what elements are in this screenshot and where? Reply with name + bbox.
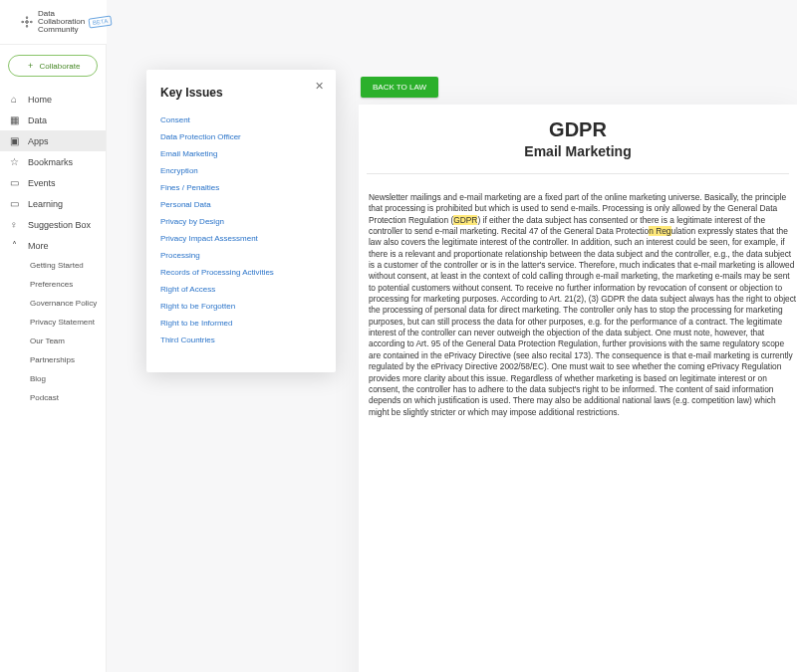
- more-podcast[interactable]: Podcast: [0, 388, 106, 407]
- beta-badge: BETA: [89, 15, 113, 28]
- doc-p1c: ulation expressly states that the law al…: [369, 226, 796, 417]
- issue-pia[interactable]: Privacy Impact Assessment: [160, 230, 322, 247]
- nav-suggestion-label: Suggestion Box: [28, 220, 91, 230]
- issue-right-to-be-informed[interactable]: Right to be Informed: [160, 315, 322, 332]
- issue-records[interactable]: Records of Processing Activities: [160, 264, 322, 281]
- brand-logo-icon: [20, 15, 34, 29]
- document-card: GDPR Email Marketing Newsletter mailings…: [359, 105, 797, 672]
- issue-right-to-be-forgotten[interactable]: Right to be Forgotten: [160, 298, 322, 315]
- more-preferences[interactable]: Preferences: [0, 275, 106, 294]
- issue-encryption[interactable]: Encryption: [160, 162, 322, 179]
- highlight-gdpr: GDPR: [453, 215, 477, 225]
- more-blog[interactable]: Blog: [0, 369, 106, 388]
- nav-data[interactable]: ▦Data: [0, 110, 106, 130]
- key-issues-panel: ✕ Key Issues Consent Data Protection Off…: [146, 70, 336, 372]
- issue-processing[interactable]: Processing: [160, 247, 322, 264]
- brand: Data Collaboration Community BETA: [20, 10, 112, 34]
- nav-events[interactable]: ▭Events: [0, 172, 106, 193]
- issue-consent[interactable]: Consent: [160, 112, 322, 128]
- apps-icon: ▣: [8, 135, 20, 146]
- star-icon: ☆: [8, 156, 20, 167]
- issue-privacy-by-design[interactable]: Privacy by Design: [160, 213, 322, 230]
- chevron-up-icon: ˄: [8, 240, 20, 251]
- more-governance[interactable]: Governance Policy: [0, 294, 106, 313]
- plus-icon: +: [26, 61, 36, 71]
- panel-title: Key Issues: [160, 86, 322, 100]
- collaborate-label: Collaborate: [40, 62, 81, 71]
- more-partnerships[interactable]: Partnerships: [0, 350, 106, 369]
- nav-more-label: More: [28, 241, 49, 251]
- collaborate-button[interactable]: + Collaborate: [8, 55, 98, 77]
- brand-line3: Community: [38, 26, 85, 34]
- back-to-law-button[interactable]: BACK TO LAW: [361, 77, 438, 98]
- issue-personal-data[interactable]: Personal Data: [160, 196, 322, 213]
- issue-dpo[interactable]: Data Protection Officer: [160, 128, 322, 145]
- bulb-icon: ♀: [8, 219, 20, 230]
- nav-bookmarks[interactable]: ☆Bookmarks: [0, 151, 106, 172]
- doc-title: GDPR: [359, 118, 797, 141]
- issue-email-marketing[interactable]: Email Marketing: [160, 145, 322, 162]
- divider: [367, 173, 789, 174]
- close-icon[interactable]: ✕: [315, 80, 324, 93]
- nav-learning-label: Learning: [28, 199, 63, 209]
- nav-apps[interactable]: ▣Apps: [0, 130, 106, 151]
- nav-bookmarks-label: Bookmarks: [28, 157, 73, 167]
- more-getting-started[interactable]: Getting Started: [0, 256, 106, 275]
- sidebar: + Collaborate ⌂Home ▦Data ▣Apps ☆Bookmar…: [0, 45, 107, 672]
- home-icon: ⌂: [8, 94, 20, 105]
- content-area: GDPR Email Marketing Newsletter mailings…: [107, 45, 797, 672]
- issue-fines[interactable]: Fines / Penalties: [160, 179, 322, 196]
- more-privacy[interactable]: Privacy Statement: [0, 313, 106, 332]
- issue-right-of-access[interactable]: Right of Access: [160, 281, 322, 298]
- nav-events-label: Events: [28, 178, 56, 188]
- nav-more[interactable]: ˄More: [0, 235, 106, 256]
- issue-third-countries[interactable]: Third Countries: [160, 332, 322, 348]
- highlight-reg: n Reg: [649, 226, 670, 236]
- nav-home-label: Home: [28, 95, 52, 105]
- nav-home[interactable]: ⌂Home: [0, 89, 106, 110]
- more-our-team[interactable]: Our Team: [0, 332, 106, 350]
- nav-suggestion[interactable]: ♀Suggestion Box: [0, 214, 106, 235]
- nav-data-label: Data: [28, 115, 47, 125]
- book-icon: ▭: [8, 198, 20, 209]
- doc-body: Newsletter mailings and e-mail marketing…: [359, 192, 797, 418]
- nav-learning[interactable]: ▭Learning: [0, 193, 106, 214]
- grid-icon: ▦: [8, 114, 20, 125]
- doc-subtitle: Email Marketing: [359, 143, 797, 159]
- calendar-icon: ▭: [8, 177, 20, 188]
- nav-apps-label: Apps: [28, 136, 49, 146]
